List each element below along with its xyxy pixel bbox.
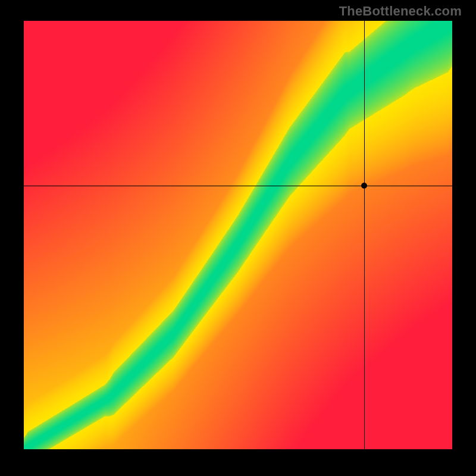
chart-frame: TheBottleneck.com [0,0,476,476]
heatmap-canvas [24,21,452,449]
watermark-text: TheBottleneck.com [339,4,462,19]
heatmap-plot[interactable] [24,21,452,449]
